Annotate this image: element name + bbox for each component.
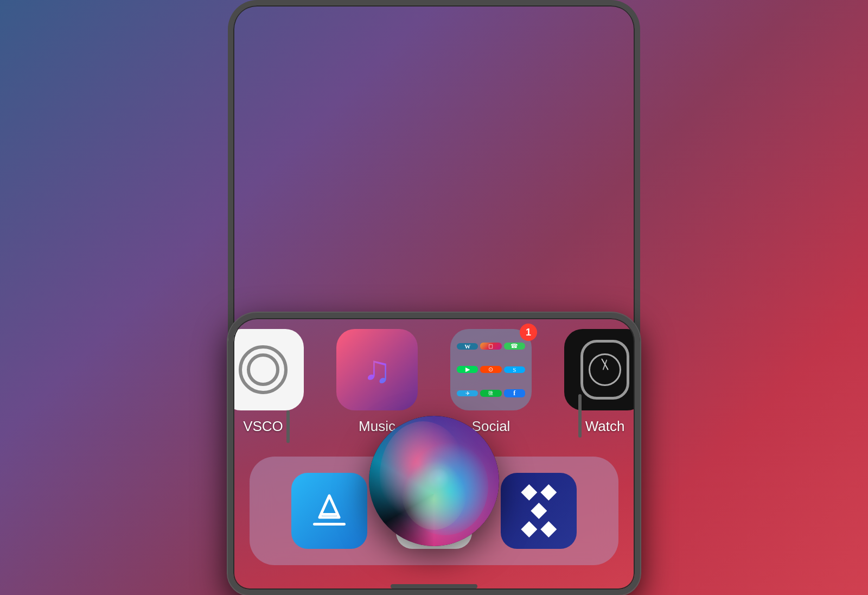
phone-volume-button [286,410,290,443]
phone-container: VSCO ♫ Music [0,0,868,595]
phone-side-button [578,394,582,438]
phone-bezel [228,313,640,595]
phone-frame: VSCO ♫ Music [190,0,678,595]
phone-frame-top [228,0,640,337]
home-indicator[interactable] [391,584,477,588]
